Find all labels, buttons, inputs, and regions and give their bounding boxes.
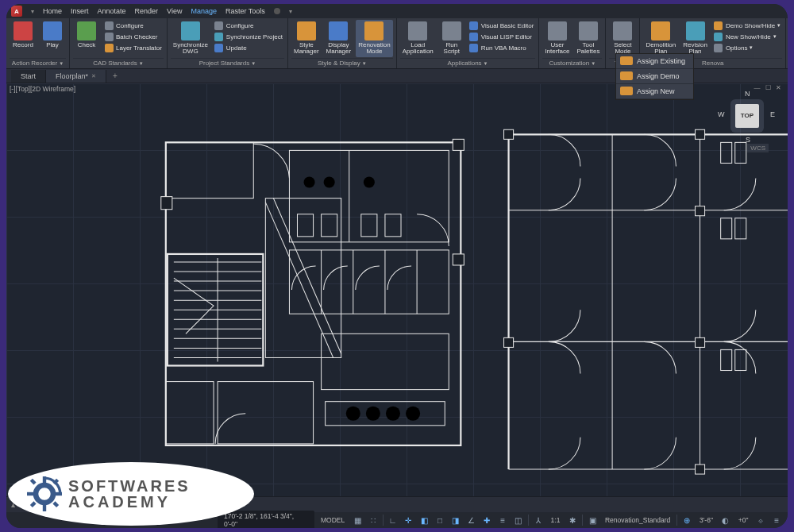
assign-dropdown[interactable]: Assign ExistingAssign DemoAssign New — [615, 53, 694, 100]
status-renostyle-value[interactable]: Renovation_Standard — [602, 516, 673, 524]
sync-dwg-button[interactable]: Synchronize DWG — [171, 20, 210, 57]
display-manager-label: Display Manager — [326, 42, 352, 56]
doctab-label: Start — [21, 72, 36, 80]
status-coordinates[interactable]: 170'-2 1/8", 161'-4 3/4", 0'-0" — [218, 511, 314, 528]
status-lineweight-icon[interactable]: ≡ — [496, 514, 509, 526]
doctab-label: Floorplan* — [56, 72, 88, 80]
close-tab-icon[interactable]: ✕ — [91, 73, 96, 79]
doctab-start[interactable]: Start — [11, 70, 46, 83]
status-elevation-value[interactable]: 3'-6" — [696, 516, 716, 524]
status-replace-z-icon[interactable]: ⟐ — [754, 514, 767, 526]
svg-line-15 — [265, 202, 333, 357]
dropdown-item-label: Assign Demo — [637, 72, 680, 80]
dropdown-item-assign-existing[interactable]: Assign Existing — [616, 54, 693, 69]
vba-macro-button[interactable]: Run VBA Macro — [468, 42, 536, 53]
menu-annotate[interactable]: Annotate — [98, 7, 126, 15]
style-manager-button[interactable]: Style Manager — [291, 20, 322, 57]
status-cutplane-icon[interactable]: ◐ — [719, 514, 732, 526]
configure-button[interactable]: Configure — [102, 20, 164, 31]
quickaccess-dropdown[interactable]: ▾ — [31, 8, 34, 15]
status-snap-icon[interactable]: ∷ — [367, 514, 380, 526]
svg-rect-27 — [289, 250, 449, 314]
options-button[interactable]: Options ▾ — [712, 42, 782, 53]
status-grid-icon[interactable]: ▦ — [351, 514, 364, 526]
status-renostyle-icon[interactable]: ▣ — [586, 514, 599, 526]
viewport[interactable]: [-][Top][2D Wireframe] — ☐ ✕ TOP N S E W… — [6, 83, 788, 496]
add-tab-button[interactable]: + — [106, 69, 124, 83]
run-script-button[interactable]: Run Script — [438, 20, 465, 57]
check-button[interactable]: Check — [73, 20, 100, 50]
panel-dropdown-icon[interactable]: ▼ — [484, 61, 488, 66]
panel-dropdown-icon[interactable]: ▼ — [139, 61, 144, 66]
status-ortho-icon[interactable]: ∟ — [387, 514, 399, 526]
play-button[interactable]: Play — [39, 20, 66, 50]
record-button[interactable]: Record — [10, 20, 37, 50]
status-annoscale-value[interactable]: 1:1 — [548, 516, 564, 524]
status-transparency-icon[interactable]: ◫ — [512, 514, 525, 526]
revision-button[interactable]: Revision Plan — [680, 20, 710, 57]
menu-overflow-arrow[interactable]: ▾ — [289, 8, 292, 15]
panel-dropdown-icon[interactable]: ▼ — [362, 61, 367, 66]
menu-home[interactable]: Home — [43, 7, 62, 15]
menu-insert[interactable]: Insert — [71, 7, 89, 15]
panel-dropdown-icon[interactable]: ▼ — [59, 61, 64, 66]
status-model-space[interactable]: MODEL — [318, 516, 348, 524]
doctab-floorplan[interactable]: Floorplan*✕ — [46, 70, 106, 83]
nav-north[interactable]: N — [745, 90, 750, 98]
status-isoplane-icon[interactable]: ◧ — [418, 514, 430, 526]
update-button[interactable]: Update — [213, 42, 284, 53]
configure-button[interactable]: Configure — [213, 20, 284, 31]
lisp-editor-button[interactable]: Visual LISP Editor — [468, 31, 536, 42]
demo-show-button[interactable]: Demo Show/Hide ▾ — [712, 20, 782, 31]
status-customize-icon[interactable]: ≡ — [770, 514, 783, 526]
status-elevation-icon[interactable]: ⊕ — [680, 514, 693, 526]
nav-east[interactable]: E — [770, 110, 775, 118]
viewport-label[interactable]: [-][Top][2D Wireframe] — [10, 85, 75, 93]
new-show-button[interactable]: New Show/Hide ▾ — [712, 31, 782, 42]
vb-editor-button[interactable]: Visual Basic Editor — [468, 20, 536, 31]
layer-translator-button[interactable]: Layer Translator — [102, 42, 164, 53]
menu-view[interactable]: View — [167, 7, 182, 15]
load-app-button[interactable]: Load Application — [400, 20, 436, 57]
nav-cube[interactable]: TOP N S E W — [723, 91, 772, 141]
tool-palettes-icon — [579, 21, 598, 40]
viewport-window-controls[interactable]: — ☐ ✕ — [754, 84, 783, 91]
panel-dropdown-icon[interactable]: ▼ — [591, 61, 596, 66]
svg-rect-55 — [504, 337, 514, 347]
check-label: Check — [78, 42, 96, 48]
select-mode-button[interactable]: Select Mode — [609, 20, 636, 57]
tool-palettes-button[interactable]: Tool Palettes — [574, 20, 602, 57]
status-polar-icon[interactable]: ✛ — [403, 514, 415, 526]
status-3dosnap-icon[interactable]: ◨ — [449, 514, 462, 526]
revision-icon — [686, 21, 705, 40]
renovation-mode-button[interactable]: Renovation Mode — [356, 20, 392, 57]
nav-cube-face[interactable]: TOP — [735, 104, 759, 128]
sync-project-button[interactable]: Synchronize Project — [213, 31, 284, 42]
lisp-editor-icon — [469, 32, 479, 41]
menu-render[interactable]: Render — [135, 7, 159, 15]
floorplan-drawing — [6, 83, 788, 496]
dropdown-arrow-icon: ▾ — [777, 22, 781, 29]
menu-rastertools[interactable]: Raster Tools — [225, 7, 265, 15]
batch-checker-button[interactable]: Batch Checker — [102, 31, 164, 42]
dropdown-item-assign-new[interactable]: Assign New — [616, 84, 693, 99]
cui-button[interactable]: User Interface — [542, 20, 572, 57]
status-otrack-icon[interactable]: ∠ — [465, 514, 478, 526]
app-icon[interactable]: A — [11, 6, 22, 17]
nav-south[interactable]: S — [746, 136, 750, 144]
display-manager-button[interactable]: Display Manager — [324, 20, 354, 57]
gear-icon — [27, 476, 62, 511]
menu-overflow-icon[interactable] — [274, 8, 280, 14]
dropdown-item-assign-demo[interactable]: Assign Demo — [616, 69, 693, 84]
status-annoscale-icon[interactable]: ⅄ — [532, 514, 545, 526]
status-annovisibility-icon[interactable]: ✱ — [566, 514, 579, 526]
nav-west[interactable]: W — [718, 110, 725, 118]
status-osnap-icon[interactable]: □ — [434, 514, 446, 526]
status-cutplane-value[interactable]: +0" — [735, 516, 752, 524]
status-dyninput-icon[interactable]: ✚ — [481, 514, 494, 526]
demolition-button[interactable]: Demolition Plan — [643, 20, 678, 57]
svg-rect-67 — [30, 479, 37, 485]
menu-manage[interactable]: Manage — [191, 7, 217, 15]
panel-dropdown-icon[interactable]: ▼ — [251, 61, 256, 66]
assign-existing-icon — [620, 56, 633, 66]
